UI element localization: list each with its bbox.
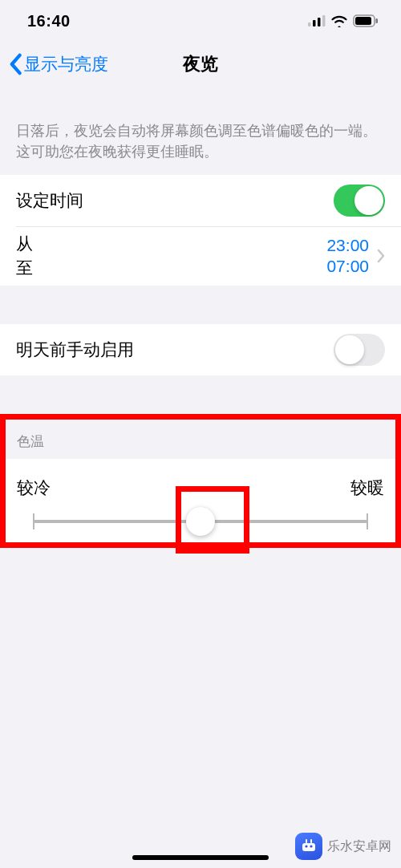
color-temp-group: 较冷 较暖 bbox=[6, 459, 395, 542]
to-time: 07:00 bbox=[326, 257, 369, 276]
status-time: 16:40 bbox=[27, 12, 71, 30]
schedule-times: 23:00 07:00 bbox=[326, 236, 369, 276]
signal-icon bbox=[308, 15, 326, 26]
wifi-icon bbox=[330, 14, 348, 27]
cooler-label: 较冷 bbox=[17, 477, 51, 499]
schedule-time-row[interactable]: 从 至 23:00 07:00 bbox=[0, 226, 401, 286]
color-temp-header: 色温 bbox=[6, 420, 395, 459]
svg-rect-0 bbox=[308, 22, 311, 26]
back-button[interactable]: 显示与亮度 bbox=[0, 53, 108, 75]
status-icons bbox=[308, 14, 379, 27]
watermark: 乐水安卓网 bbox=[295, 833, 391, 860]
from-time: 23:00 bbox=[326, 236, 369, 255]
slider-tick-cool bbox=[33, 513, 34, 529]
svg-point-9 bbox=[310, 845, 312, 847]
back-label: 显示与亮度 bbox=[24, 53, 108, 75]
schedule-toggle[interactable] bbox=[334, 185, 385, 217]
warmer-label: 较暖 bbox=[350, 477, 384, 499]
manual-toggle[interactable] bbox=[334, 334, 385, 366]
watermark-text: 乐水安卓网 bbox=[327, 838, 391, 855]
manual-toggle-row: 明天前手动启用 bbox=[0, 324, 401, 375]
svg-rect-2 bbox=[318, 18, 321, 26]
toggle-knob bbox=[335, 335, 364, 364]
toggle-knob bbox=[354, 186, 383, 215]
manual-toggle-label: 明天前手动启用 bbox=[16, 339, 134, 361]
battery-icon bbox=[353, 14, 379, 27]
nav-bar: 显示与亮度 夜览 bbox=[0, 42, 401, 87]
svg-rect-10 bbox=[306, 839, 307, 843]
schedule-toggle-label: 设定时间 bbox=[16, 189, 83, 212]
schedule-group: 设定时间 从 至 23:00 07:00 bbox=[0, 175, 401, 286]
status-bar: 16:40 bbox=[0, 0, 401, 42]
to-label: 至 bbox=[16, 257, 33, 279]
svg-rect-3 bbox=[322, 15, 326, 26]
home-indicator[interactable] bbox=[132, 855, 269, 860]
svg-point-8 bbox=[305, 845, 307, 847]
section-description: 日落后，夜览会自动将屏幕颜色调至色谱偏暖色的一端。这可助您在夜晚获得更佳睡眠。 bbox=[0, 87, 401, 175]
color-temp-slider[interactable] bbox=[17, 520, 384, 523]
chevron-right-icon bbox=[377, 249, 385, 263]
svg-rect-5 bbox=[355, 17, 371, 25]
from-label: 从 bbox=[16, 233, 33, 255]
watermark-icon bbox=[295, 833, 322, 860]
svg-rect-11 bbox=[310, 839, 312, 843]
highlight-box-thumb bbox=[176, 486, 249, 554]
highlight-box-outer: 色温 较冷 较暖 bbox=[0, 414, 401, 548]
chevron-left-icon bbox=[8, 53, 22, 75]
schedule-from-to-labels: 从 至 bbox=[16, 233, 33, 279]
manual-group: 明天前手动启用 bbox=[0, 324, 401, 375]
svg-rect-6 bbox=[376, 18, 379, 23]
svg-rect-7 bbox=[302, 843, 315, 851]
svg-rect-1 bbox=[313, 20, 316, 26]
schedule-toggle-row: 设定时间 bbox=[0, 175, 401, 226]
slider-tick-warm bbox=[367, 513, 368, 529]
